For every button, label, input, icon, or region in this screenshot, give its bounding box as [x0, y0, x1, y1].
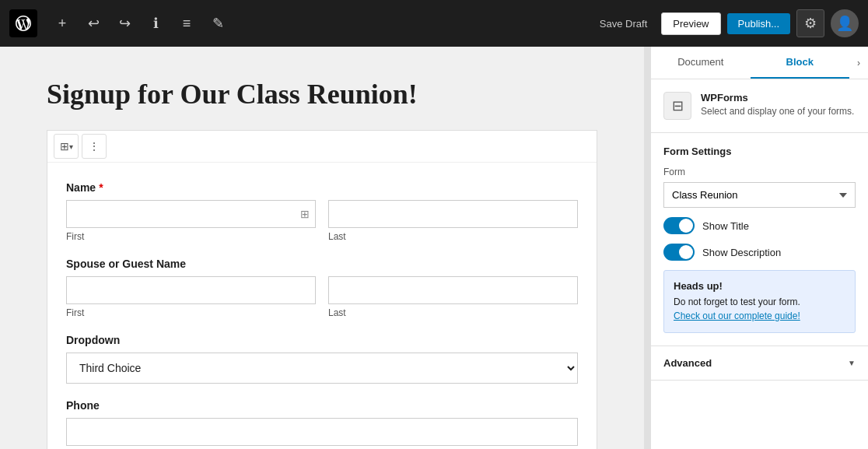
info-button[interactable]: ℹ [143, 11, 168, 36]
form-selector[interactable]: Class Reunion [663, 182, 856, 208]
list-button[interactable]: ≡ [174, 11, 199, 36]
name-last-col: Last [328, 200, 578, 242]
settings-button[interactable]: ⚙ [796, 9, 824, 37]
advanced-chevron-icon: ▼ [848, 359, 856, 367]
show-description-toggle[interactable] [663, 244, 695, 261]
form-content: Name * ⊞ First Last [47, 163, 597, 449]
phone-label: Phone [66, 399, 578, 412]
sidebar: Document Block › ⊟ WPForms Select and di… [650, 47, 868, 449]
block-info-text: WPForms Select and display one of your f… [701, 92, 854, 120]
spouse-field-row: First Last [66, 276, 578, 318]
toolbar-right: Save Draft Preview Publish... ⚙ 👤 [592, 9, 859, 37]
undo-button[interactable]: ↩ [81, 11, 106, 36]
heads-up-notice: Heads up! Do not forget to test your for… [663, 270, 856, 333]
form-block-toolbar: ⊞ ▾ ⋮ [47, 131, 597, 163]
name-first-col: ⊞ First [66, 200, 316, 242]
show-title-label: Show Title [702, 220, 749, 232]
show-description-label: Show Description [702, 247, 781, 258]
preview-button[interactable]: Preview [661, 12, 720, 35]
name-field-row: ⊞ First Last [66, 200, 578, 242]
add-button[interactable]: + [50, 11, 75, 36]
phone-input[interactable] [66, 418, 578, 446]
dropdown-field-group: Dropdown Third Choice [66, 334, 578, 384]
publish-button[interactable]: Publish... [727, 13, 790, 34]
name-label: Name * [66, 181, 578, 194]
form-block: ⊞ ▾ ⋮ Name * [47, 130, 597, 449]
spouse-first-input[interactable] [66, 276, 316, 304]
save-draft-button[interactable]: Save Draft [592, 13, 655, 34]
spouse-first-col: First [66, 276, 316, 318]
spouse-field-group: Spouse or Guest Name First Last [66, 258, 578, 318]
block-description: Select and display one of your forms. [701, 105, 854, 118]
toolbar: + ↩ ↪ ℹ ≡ ✎ Save Draft Preview Publish..… [0, 0, 868, 47]
tab-document[interactable]: Document [651, 47, 751, 79]
tab-block[interactable]: Block [751, 47, 850, 79]
name-first-sublabel: First [66, 231, 316, 242]
form-icon: ⊞ [60, 140, 69, 153]
input-icon: ⊞ [300, 208, 310, 220]
advanced-section[interactable]: Advanced ▼ [651, 346, 868, 381]
spouse-last-col: Last [328, 276, 578, 318]
wpforms-block-icon: ⊟ [663, 92, 691, 120]
spouse-label: Spouse or Guest Name [66, 258, 578, 270]
show-title-row: Show Title [663, 217, 856, 234]
form-block-icon: ⊟ [672, 97, 684, 114]
editor-area: Signup for Our Class Reunion! ⊞ ▾ ⋮ Name… [0, 47, 644, 449]
settings-icon: ⚙ [804, 15, 817, 32]
block-info: ⊟ WPForms Select and display one of your… [651, 79, 868, 133]
form-toolbar-menu-btn[interactable]: ⋮ [82, 134, 107, 159]
user-button[interactable]: 👤 [831, 9, 859, 37]
sidebar-collapse-icon[interactable]: › [849, 47, 868, 79]
page-title: Signup for Our Class Reunion! [47, 78, 597, 111]
redo-button[interactable]: ↪ [112, 11, 137, 36]
show-title-toggle[interactable] [663, 217, 695, 234]
name-last-sublabel: Last [328, 231, 578, 242]
notice-link[interactable]: Check out our complete guide! [674, 310, 800, 321]
scrollbar-track[interactable] [644, 47, 650, 449]
form-toolbar-icon-btn[interactable]: ⊞ ▾ [54, 134, 79, 159]
spouse-last-sublabel: Last [328, 307, 578, 318]
name-last-input[interactable] [328, 200, 578, 228]
dropdown-label: Dropdown [66, 334, 578, 346]
form-field-label: Form [663, 167, 856, 177]
dropdown-input[interactable]: Third Choice [66, 353, 578, 384]
show-description-row: Show Description [663, 244, 856, 261]
required-star: * [99, 181, 103, 194]
name-first-input-wrap: ⊞ [66, 200, 316, 228]
wp-logo-icon [14, 14, 33, 33]
block-name: WPForms [701, 92, 854, 103]
spouse-first-sublabel: First [66, 307, 316, 318]
form-settings-section: Form Settings Form Class Reunion Show Ti… [651, 133, 868, 346]
main-layout: Signup for Our Class Reunion! ⊞ ▾ ⋮ Name… [0, 47, 868, 449]
notice-text: Do not forget to test your form. Check o… [674, 295, 845, 323]
more-options-icon: ⋮ [89, 140, 100, 153]
user-icon: 👤 [836, 15, 853, 32]
form-dropdown-icon: ▾ [69, 142, 73, 151]
spouse-last-input[interactable] [328, 276, 578, 304]
form-settings-title: Form Settings [663, 146, 856, 157]
edit-button[interactable]: ✎ [205, 11, 230, 36]
notice-title: Heads up! [674, 280, 845, 292]
name-field-group: Name * ⊞ First Last [66, 181, 578, 242]
wp-logo[interactable] [9, 9, 37, 37]
phone-field-group: Phone [66, 399, 578, 446]
name-first-input[interactable] [66, 200, 316, 228]
advanced-title: Advanced [663, 357, 712, 369]
sidebar-tabs: Document Block › [651, 47, 868, 79]
